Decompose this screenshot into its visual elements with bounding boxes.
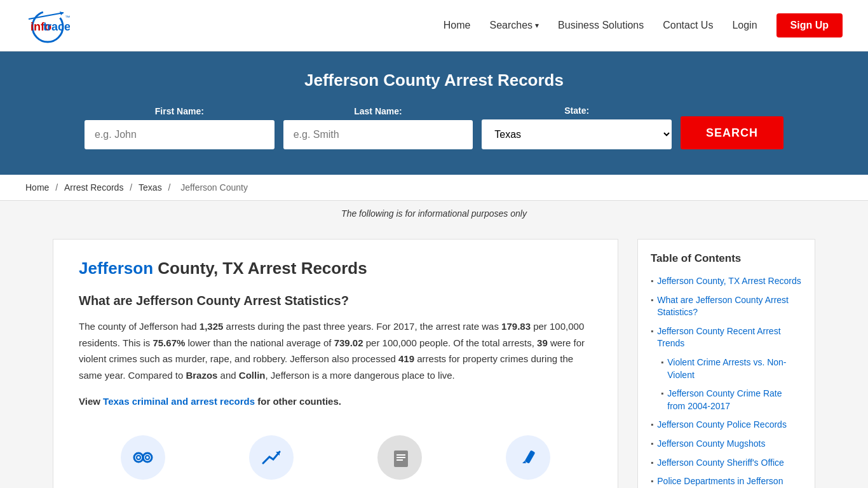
svg-point-10 [146, 456, 149, 459]
logo-svg: info tracer ™ [25, 6, 70, 44]
state-select[interactable]: Texas [482, 119, 672, 149]
navbar: info tracer ™ Home Searches ▾ Business S… [0, 0, 868, 51]
toc-item-3: Jefferson County Recent Arrest Trends [651, 325, 802, 350]
handcuffs-icon-item [121, 435, 165, 480]
toc-link-3[interactable]: Jefferson County Recent Arrest Trends [657, 325, 802, 350]
toc-link-9[interactable]: Police Departments in Jefferson County [657, 475, 802, 488]
toc-link-8[interactable]: Jefferson County Sheriff's Office [657, 457, 784, 470]
content-area: Jefferson County, TX Arrest Records What… [53, 239, 618, 488]
nav-contact-us[interactable]: Contact Us [663, 20, 713, 31]
hero-section: Jefferson County Arrest Records First Na… [0, 51, 868, 175]
svg-rect-13 [394, 451, 408, 467]
logo: info tracer ™ [25, 6, 70, 44]
svg-rect-16 [397, 459, 403, 461]
svg-text:tracer: tracer [43, 20, 70, 33]
last-name-input[interactable] [283, 120, 473, 149]
scroll-icon-item [377, 435, 422, 480]
svg-rect-17 [525, 450, 536, 463]
first-name-group: First Name: [85, 106, 275, 149]
svg-point-6 [134, 453, 143, 462]
nav-searches[interactable]: Searches ▾ [489, 20, 539, 31]
view-more-text: View Texas criminal and arrest records f… [79, 393, 592, 410]
heading-highlight: Jefferson [79, 259, 153, 278]
search-form: First Name: Last Name: State: Texas SEAR… [85, 105, 783, 149]
sidebar: Table of Contents Jefferson County, TX A… [637, 239, 815, 488]
toc-link-6[interactable]: Jefferson County Police Records [657, 419, 787, 431]
toc-list: Jefferson County, TX Arrest Records What… [651, 275, 802, 488]
icons-row [79, 429, 592, 480]
toc-item-2: What are Jefferson County Arrest Statist… [651, 294, 802, 319]
svg-point-7 [143, 453, 152, 462]
chevron-down-icon: ▾ [535, 21, 539, 30]
hero-title: Jefferson County Arrest Records [25, 71, 843, 90]
toc-link-2[interactable]: What are Jefferson County Arrest Statist… [657, 294, 802, 319]
breadcrumb-texas[interactable]: Texas [139, 182, 162, 193]
toc-item-4: Violent Crime Arrests vs. Non-Violent [661, 356, 802, 381]
toc-link-1[interactable]: Jefferson County, TX Arrest Records [657, 275, 801, 288]
breadcrumb-arrest-records[interactable]: Arrest Records [64, 182, 123, 193]
toc-link-5[interactable]: Jefferson County Crime Rate from 2004-20… [667, 388, 802, 412]
first-name-input[interactable] [85, 120, 275, 149]
stats-heading: What are Jefferson County Arrest Statist… [79, 294, 592, 308]
texas-records-link[interactable]: Texas criminal and arrest records [103, 396, 255, 407]
toc-item-6: Jefferson County Police Records [651, 419, 802, 431]
nav-home[interactable]: Home [444, 20, 471, 31]
nav-links: Home Searches ▾ Business Solutions Conta… [444, 13, 843, 37]
notice-bar: The following is for informational purpo… [0, 201, 868, 226]
svg-rect-15 [397, 457, 405, 458]
toc-item-7: Jefferson County Mugshots [651, 438, 802, 451]
state-group: State: Texas [482, 105, 672, 149]
pen-icon [506, 435, 550, 480]
handcuffs-icon [121, 435, 165, 480]
toc-title: Table of Contents [651, 252, 802, 265]
stats-paragraph: The county of Jefferson had 1,325 arrest… [79, 318, 592, 383]
page-heading: Jefferson County, TX Arrest Records [79, 259, 592, 278]
toc-link-4[interactable]: Violent Crime Arrests vs. Non-Violent [667, 356, 802, 381]
nav-login[interactable]: Login [732, 20, 757, 31]
svg-text:™: ™ [65, 15, 70, 20]
pen-icon-item [506, 435, 550, 480]
toc-link-7[interactable]: Jefferson County Mugshots [657, 438, 765, 451]
first-name-label: First Name: [85, 106, 275, 116]
toc-item-1: Jefferson County, TX Arrest Records [651, 275, 802, 288]
svg-point-9 [137, 456, 140, 459]
chart-up-icon-item [249, 435, 294, 480]
toc-item-5: Jefferson County Crime Rate from 2004-20… [661, 388, 802, 412]
last-name-group: Last Name: [283, 106, 473, 149]
nav-business-solutions[interactable]: Business Solutions [558, 20, 644, 31]
svg-rect-14 [397, 454, 405, 456]
svg-line-4 [29, 13, 64, 19]
toc-item-8: Jefferson County Sheriff's Office [651, 457, 802, 470]
breadcrumb-home[interactable]: Home [25, 182, 49, 193]
chart-up-icon [249, 435, 294, 480]
last-name-label: Last Name: [283, 106, 473, 116]
toc-item-9: Police Departments in Jefferson County [651, 475, 802, 488]
search-button[interactable]: SEARCH [681, 116, 783, 149]
main-wrapper: Jefferson County, TX Arrest Records What… [27, 226, 841, 488]
toc-box: Table of Contents Jefferson County, TX A… [637, 239, 815, 488]
scroll-icon [377, 435, 422, 480]
nav-signup[interactable]: Sign Up [776, 13, 843, 37]
breadcrumb-jefferson-county: Jefferson County [180, 182, 248, 193]
breadcrumb: Home / Arrest Records / Texas / Jefferso… [0, 175, 868, 201]
state-label: State: [482, 105, 672, 116]
